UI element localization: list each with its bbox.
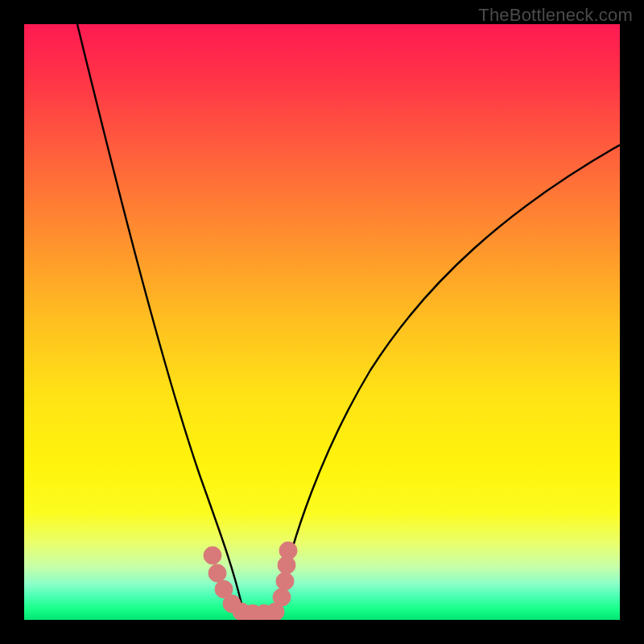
svg-point-9 [276, 572, 294, 590]
svg-point-1 [208, 564, 226, 582]
bottom-marker-band [204, 542, 297, 620]
plot-area [24, 24, 620, 620]
right-curve [279, 145, 620, 604]
svg-point-11 [279, 542, 297, 559]
outer-frame: TheBottleneck.com [0, 0, 644, 644]
watermark-text: TheBottleneck.com [478, 5, 633, 26]
chart-svg [24, 24, 620, 620]
left-curve [77, 24, 242, 604]
svg-point-8 [273, 588, 291, 606]
svg-point-0 [204, 547, 221, 564]
